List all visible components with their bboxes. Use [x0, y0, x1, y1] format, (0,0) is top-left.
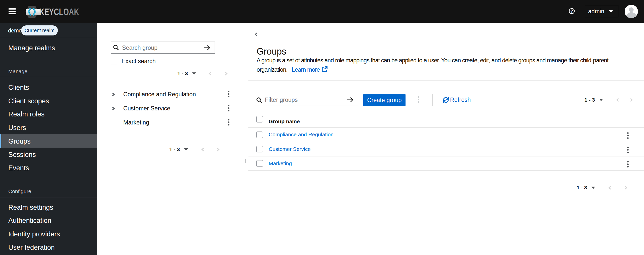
svg-text:?: ?: [571, 9, 573, 14]
svg-text:KEYCLOAK: KEYCLOAK: [39, 7, 79, 17]
